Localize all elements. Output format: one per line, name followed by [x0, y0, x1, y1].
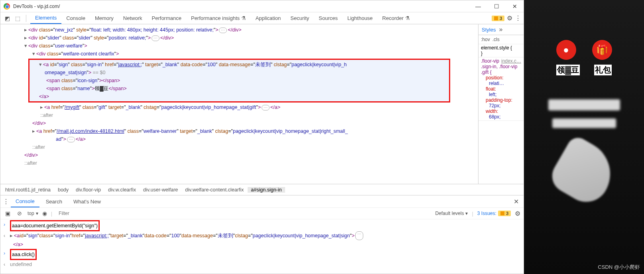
- tab-perf-insights[interactable]: Performance insights ⚗: [186, 12, 251, 24]
- console-input-2: aaa.click(): [10, 249, 37, 260]
- sign-label[interactable]: 领▓豆: [556, 65, 580, 75]
- panel-tabs: Elements Console Memory Network Performa…: [30, 12, 415, 24]
- minimize-button[interactable]: —: [473, 3, 484, 10]
- window-title: DevTools - vip.jd.com/: [13, 4, 473, 9]
- chrome-icon: [4, 3, 10, 10]
- console-output[interactable]: ›aaa=document.getElementById("sign") ‹▸<…: [0, 219, 524, 270]
- drawer-tab-whatsnew[interactable]: What's New: [69, 199, 106, 205]
- tab-memory[interactable]: Memory: [90, 12, 118, 24]
- context-selector[interactable]: top ▾: [28, 211, 38, 216]
- elements-tree[interactable]: ▸<div class="new_jxz" style="float: left…: [0, 24, 478, 184]
- devtools-window: DevTools - vip.jd.com/ — ☐ ✕ ◩ ⬚ Element…: [0, 0, 524, 274]
- console-drawer: ⋮ Console Search What's New ✕ ▣ ⊘ top ▾ …: [0, 195, 524, 270]
- bean-icon[interactable]: ●: [556, 40, 576, 60]
- tab-sources[interactable]: Sources: [314, 12, 343, 24]
- tab-application[interactable]: Application: [251, 12, 286, 24]
- drawer-close-icon[interactable]: ✕: [514, 198, 521, 205]
- console-settings-icon[interactable]: ⚙: [515, 210, 520, 217]
- blurred-banner: [548, 99, 620, 110]
- main-toolbar: ◩ ⬚ Elements Console Memory Network Perf…: [0, 12, 524, 24]
- more-icon[interactable]: ⋮: [515, 14, 521, 22]
- log-levels[interactable]: Default levels ▾: [435, 211, 468, 216]
- more-tabs-icon[interactable]: »: [499, 26, 502, 33]
- watermark: CSDN @小小爬虾: [598, 264, 640, 271]
- tab-elements[interactable]: Elements: [30, 12, 61, 24]
- settings-icon[interactable]: ⚙: [507, 14, 512, 22]
- tab-security[interactable]: Security: [286, 12, 314, 24]
- gift-label[interactable]: 礼包: [594, 65, 612, 75]
- styles-panel: Styles » :hov .cls element.style { } ind…: [478, 24, 524, 184]
- console-filter-input[interactable]: [59, 211, 431, 216]
- title-bar: DevTools - vip.jd.com/ — ☐ ✕: [0, 0, 524, 12]
- drawer-tab-search[interactable]: Search: [41, 199, 67, 205]
- tab-recorder[interactable]: Recorder ⚗: [378, 12, 415, 24]
- inspect-icon[interactable]: ◩: [3, 14, 12, 23]
- console-input-1: aaa=document.getElementById("sign"): [10, 220, 100, 231]
- hov-toggle[interactable]: :hov: [481, 37, 490, 42]
- styles-tab[interactable]: Styles: [482, 27, 496, 33]
- cls-toggle[interactable]: .cls: [492, 37, 500, 42]
- live-expression-icon[interactable]: ◉: [42, 210, 47, 217]
- maximize-button[interactable]: ☐: [491, 3, 502, 10]
- device-icon[interactable]: ⬚: [13, 14, 22, 23]
- issues-badge[interactable]: 3: [492, 16, 504, 21]
- gift-icon[interactable]: 🎁: [592, 40, 612, 60]
- blurred-image: [546, 134, 622, 210]
- tab-lighthouse[interactable]: Lighthouse: [343, 12, 378, 24]
- tab-network[interactable]: Network: [118, 12, 147, 24]
- clear-console-icon[interactable]: ⊘: [16, 210, 24, 217]
- issues-link[interactable]: 3 Issues: 3: [477, 211, 511, 216]
- drawer-tab-console[interactable]: Console: [11, 195, 39, 207]
- sidebar-toggle-icon[interactable]: ▣: [4, 210, 12, 217]
- tab-performance[interactable]: Performance: [147, 12, 186, 24]
- tab-console[interactable]: Console: [61, 12, 90, 24]
- breadcrumb[interactable]: html.root61.jd_retina body div.floor-vip…: [0, 184, 524, 195]
- selected-node[interactable]: ▾<a id="sign" class="sign-in" href="java…: [28, 59, 450, 103]
- drawer-menu-icon[interactable]: ⋮: [3, 198, 9, 205]
- blurred-text: [552, 118, 616, 128]
- close-button[interactable]: ✕: [509, 3, 520, 10]
- target-page: ● 🎁 领▓豆 礼包 CSDN @小小爬虾: [524, 0, 644, 274]
